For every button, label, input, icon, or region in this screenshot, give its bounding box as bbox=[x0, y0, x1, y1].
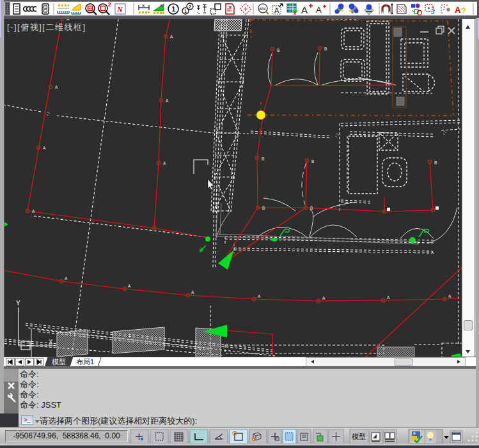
svg-text:B: B bbox=[310, 206, 313, 210]
svg-text:B: B bbox=[262, 157, 264, 161]
svg-text:A: A bbox=[65, 276, 68, 281]
svg-text:Y: Y bbox=[16, 300, 20, 307]
svg-text:A: A bbox=[128, 284, 131, 288]
svg-text:B: B bbox=[311, 159, 314, 164]
svg-text:A: A bbox=[455, 5, 461, 15]
svg-text:B: B bbox=[277, 48, 279, 52]
svg-text:A: A bbox=[322, 296, 326, 300]
svg-text:A: A bbox=[32, 209, 35, 213]
svg-text:A: A bbox=[301, 4, 308, 15]
svg-text:A: A bbox=[316, 5, 322, 15]
svg-text:1: 1 bbox=[184, 9, 187, 13]
svg-text:2: 2 bbox=[108, 2, 111, 8]
svg-text:模型: 模型 bbox=[352, 433, 366, 440]
svg-text:A: A bbox=[166, 98, 169, 103]
svg-text:A: A bbox=[448, 294, 452, 298]
svg-text:A: A bbox=[43, 146, 46, 150]
svg-text:?: ? bbox=[461, 6, 466, 15]
svg-text:A: A bbox=[163, 161, 166, 166]
svg-text:B: B bbox=[262, 206, 265, 210]
svg-text:A: A bbox=[258, 294, 261, 298]
svg-text:x: x bbox=[142, 3, 145, 8]
svg-text:N: N bbox=[116, 5, 123, 14]
svg-text:2: 2 bbox=[189, 4, 191, 9]
svg-text:x: x bbox=[294, 10, 297, 15]
svg-text:[-][俯视][二维线框]: [-][俯视][二维线框] bbox=[7, 22, 86, 32]
svg-text:A: A bbox=[67, 19, 70, 21]
svg-text:A: A bbox=[274, 6, 279, 14]
svg-text:X: X bbox=[49, 339, 53, 346]
svg-text:1: 1 bbox=[172, 6, 176, 13]
svg-text:abc: abc bbox=[259, 6, 267, 11]
svg-text:A: A bbox=[170, 35, 173, 39]
svg-text:B: B bbox=[434, 160, 437, 165]
svg-text:B: B bbox=[324, 47, 327, 51]
svg-text:A: A bbox=[387, 295, 390, 300]
svg-text:x: x bbox=[160, 3, 163, 8]
svg-text:A: A bbox=[191, 290, 194, 295]
svg-text:A: A bbox=[55, 85, 58, 89]
